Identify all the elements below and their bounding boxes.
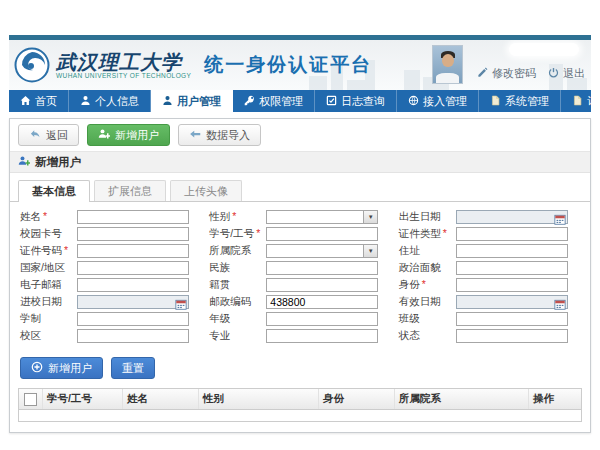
form-field-entry-date: 进校日期 xyxy=(20,293,201,310)
field-label: 住址 xyxy=(399,244,456,258)
submit-add-user-button[interactable]: 新增用户 xyxy=(20,357,103,379)
nav-item-home[interactable]: 首页 xyxy=(9,90,69,112)
key-icon xyxy=(244,95,255,108)
reset-button[interactable]: 重置 xyxy=(111,357,155,379)
tab-basic-info[interactable]: 基本信息 xyxy=(18,180,90,202)
gender-select[interactable]: ▼ xyxy=(266,210,378,224)
required-star: * xyxy=(422,278,426,290)
major-input[interactable] xyxy=(266,329,378,343)
form-field-id-number: 证件号码* xyxy=(20,242,201,259)
field-label: 状态 xyxy=(399,329,456,343)
form-actions: 新增用户 重置 xyxy=(10,350,590,387)
header-user-area: 修改密码 退出 xyxy=(432,45,585,85)
user-avatar xyxy=(432,45,463,84)
person-add-icon xyxy=(98,128,110,142)
nav-item-subscription-management[interactable]: 订阅管理 xyxy=(561,90,600,112)
nav-item-system-management[interactable]: 系统管理 xyxy=(479,90,561,112)
student-id-input[interactable] xyxy=(266,227,378,241)
tab-extended-info[interactable]: 扩展信息 xyxy=(94,180,166,201)
pencil-icon xyxy=(477,67,488,80)
users-table: 学号/工号姓名性别身份所属院系操作 xyxy=(18,388,582,422)
field-label: 学号/工号* xyxy=(209,227,266,241)
add-user-toolbar-label: 新增用户 xyxy=(115,128,159,143)
nav-item-label: 用户管理 xyxy=(177,94,221,109)
nav-item-user-management[interactable]: 用户管理 xyxy=(151,90,233,112)
address-input[interactable] xyxy=(456,244,568,258)
campus-input[interactable] xyxy=(77,329,189,343)
required-star: * xyxy=(256,227,260,239)
form-field-country-region: 国家/地区 xyxy=(20,259,201,276)
field-label: 出生日期 xyxy=(399,210,456,224)
political-status-input[interactable] xyxy=(456,261,568,275)
nav-item-log-query[interactable]: 日志查询 xyxy=(315,90,397,112)
form-field-major: 专业 xyxy=(209,327,390,344)
ethnicity-input[interactable] xyxy=(266,261,378,275)
form-field-identity: 身份* xyxy=(399,276,580,293)
entry-date-input[interactable] xyxy=(77,295,189,309)
back-button[interactable]: 返回 xyxy=(18,124,79,146)
class-input[interactable] xyxy=(456,312,568,326)
back-label: 返回 xyxy=(46,128,68,143)
power-icon xyxy=(548,67,559,80)
nav-item-label: 个人信息 xyxy=(95,94,139,109)
birth-date-input[interactable] xyxy=(456,210,568,224)
university-name-zh: 武汉理工大学 xyxy=(56,51,191,73)
select-all-cell xyxy=(19,389,43,409)
name-input[interactable] xyxy=(77,210,189,224)
field-label: 证件号码* xyxy=(20,244,77,258)
column-header-2: 姓名 xyxy=(123,389,199,409)
reset-label: 重置 xyxy=(122,361,144,376)
column-header-5: 所属院系 xyxy=(395,389,529,409)
tab-upload-avatar[interactable]: 上传头像 xyxy=(170,180,242,201)
section-title: 新增用户 xyxy=(35,155,81,170)
study-length-input[interactable] xyxy=(77,312,189,326)
email-input[interactable] xyxy=(77,278,189,292)
form-field-campus-card: 校园卡号 xyxy=(20,225,201,242)
nav-item-permission-management[interactable]: 权限管理 xyxy=(233,90,315,112)
required-star: * xyxy=(64,244,68,256)
field-label: 民族 xyxy=(209,261,266,275)
content-panel: 返回 新增用户 数据导入 新增用户 基本信息扩展信息上传头像 姓名*性别*▼出生… xyxy=(9,118,591,433)
form-field-political-status: 政治面貌 xyxy=(399,259,580,276)
column-header-1: 学号/工号 xyxy=(43,389,123,409)
valid-date-input[interactable] xyxy=(456,295,568,309)
campus-card-input[interactable] xyxy=(77,227,189,241)
select-all-checkbox[interactable] xyxy=(24,393,37,406)
status-input[interactable] xyxy=(456,329,568,343)
id-number-input[interactable] xyxy=(77,244,189,258)
calendar-icon[interactable] xyxy=(554,296,566,307)
native-place-input[interactable] xyxy=(266,278,378,292)
id-type-input[interactable] xyxy=(456,227,568,241)
platform-title: 统一身份认证平台 xyxy=(204,52,372,78)
toolbar: 返回 新增用户 数据导入 xyxy=(10,119,590,152)
identity-input[interactable] xyxy=(456,278,568,292)
chevron-down-icon: ▼ xyxy=(363,245,377,257)
postal-code-input[interactable] xyxy=(266,295,378,309)
field-label: 证件类型* xyxy=(399,227,456,241)
field-label: 班级 xyxy=(399,312,456,326)
form-field-native-place: 籍贯 xyxy=(209,276,390,293)
data-import-button[interactable]: 数据导入 xyxy=(178,124,261,146)
back-arrow-icon xyxy=(29,128,41,142)
field-label: 性别* xyxy=(209,210,266,224)
nav-item-profile[interactable]: 个人信息 xyxy=(69,90,151,112)
form-field-address: 住址 xyxy=(399,242,580,259)
add-user-toolbar-button[interactable]: 新增用户 xyxy=(87,124,170,146)
country-region-input[interactable] xyxy=(77,261,189,275)
nav-item-access-management[interactable]: 接入管理 xyxy=(397,90,479,112)
field-label: 政治面貌 xyxy=(399,261,456,275)
grade-input[interactable] xyxy=(266,312,378,326)
field-label: 国家/地区 xyxy=(20,261,77,275)
log-icon xyxy=(326,95,337,108)
form-field-birth-date: 出生日期 xyxy=(399,208,580,225)
change-password-button[interactable]: 修改密码 xyxy=(477,66,536,81)
nav-item-label: 接入管理 xyxy=(423,94,467,109)
department-select[interactable]: ▼ xyxy=(266,244,378,258)
form-field-gender: 性别*▼ xyxy=(209,208,390,225)
form-field-email: 电子邮箱 xyxy=(20,276,201,293)
calendar-icon[interactable] xyxy=(554,211,566,222)
required-star: * xyxy=(43,210,47,222)
calendar-icon[interactable] xyxy=(175,296,187,307)
logout-button[interactable]: 退出 xyxy=(548,66,585,81)
field-label: 校区 xyxy=(20,329,77,343)
